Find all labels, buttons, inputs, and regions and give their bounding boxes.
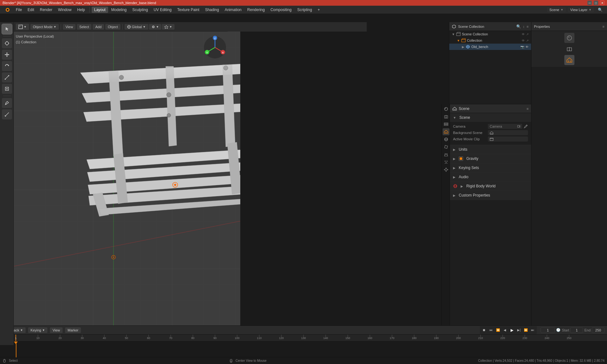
menu-window[interactable]: Window [55, 7, 74, 13]
workspace-tab-uv-editing[interactable]: UV Editing [151, 7, 174, 13]
add-menu-btn[interactable]: Add [93, 24, 104, 30]
rotate-tool[interactable] [2, 61, 12, 71]
stop-btn[interactable]: ⏹ [481, 327, 487, 334]
keying-sets-section-header[interactable]: ▶ Keying Sets [450, 163, 531, 172]
old-bench-vis-camera[interactable]: 📷 [520, 45, 524, 49]
viewport-gizmo[interactable]: Z X Y [202, 35, 228, 60]
marker-menu-btn[interactable]: Marker [65, 327, 81, 333]
custom-properties-section-header[interactable]: ▶ Custom Properties [450, 191, 531, 200]
workspace-tab-texture-paint[interactable]: Texture Paint [175, 7, 202, 13]
collection-vis-select[interactable]: ↗ [526, 39, 529, 42]
render-prop-tab[interactable] [564, 33, 574, 43]
units-section-header[interactable]: ▶ Units [450, 145, 531, 154]
select-menu-btn[interactable]: Select [77, 24, 92, 30]
menu-edit[interactable]: Edit [25, 7, 37, 13]
outliner-old-bench[interactable]: ▶ Old_bench 📷 👁 [449, 44, 531, 50]
workspace-tab-shading[interactable]: Shading [203, 7, 222, 13]
object-mode-btn[interactable]: Object Mode ▼ [30, 24, 59, 30]
keying-menu-btn[interactable]: Keying ▼ [28, 327, 48, 333]
timeline-ruler[interactable]: 1 10 20 30 40 50 60 70 80 90 100 110 120 [0, 335, 607, 342]
measure-tool[interactable] [2, 109, 12, 119]
main-viewport[interactable]: User Perspective (Local) (1) Collection … [14, 32, 240, 332]
active-movie-clip-selector[interactable] [488, 136, 528, 142]
outliner-scene-collection[interactable]: ▼ Scene Collection 👁 ↗ [449, 31, 531, 37]
menu-bar: File Edit Render Window Help Layout Mode… [0, 6, 607, 14]
next-frame-btn[interactable]: ▶| [515, 327, 522, 334]
transform-tool[interactable] [2, 84, 12, 94]
snapping-btn[interactable]: ▼ [162, 24, 175, 30]
play-btn[interactable]: ▶ [508, 327, 515, 334]
menu-blender[interactable] [3, 6, 13, 13]
prop-particles-btn[interactable] [443, 159, 450, 166]
cursor-tool[interactable] [2, 38, 12, 48]
current-frame-input[interactable] [541, 327, 555, 333]
maximize-button[interactable]: □ [594, 1, 598, 5]
output-prop-tab[interactable] [564, 44, 574, 54]
scene-prop-tab[interactable] [564, 55, 574, 65]
workspace-tab-layout[interactable]: Layout [92, 7, 108, 13]
prop-physics-btn[interactable] [443, 166, 450, 173]
scene-collection-vis-select[interactable]: ↗ [526, 33, 529, 36]
outliner-sort-btn[interactable]: ↕ [523, 25, 525, 28]
audio-section-header[interactable]: ▶ Audio [450, 173, 531, 181]
outliner-collection[interactable]: ▼ Collection 👁 ↗ [449, 37, 531, 44]
workspace-tab-add[interactable]: + [315, 7, 322, 13]
workspace-tab-rendering[interactable]: Rendering [245, 7, 267, 13]
movie-clip-icon [490, 137, 494, 141]
svg-text:Z: Z [214, 37, 216, 40]
workspace-tab-modeling[interactable]: Modeling [109, 7, 129, 13]
view-layer-selector[interactable]: View Layer ▼ [568, 7, 594, 12]
annotate-tool[interactable] [2, 98, 12, 108]
end-frame-input[interactable] [592, 327, 604, 333]
menu-file[interactable]: File [13, 7, 24, 13]
workspace-tab-compositing[interactable]: Compositing [268, 7, 294, 13]
prop-object-btn[interactable] [443, 143, 450, 150]
scale-tool[interactable] [2, 72, 12, 82]
outliner-filter-btn[interactable]: 🔍 [516, 24, 521, 29]
select-tool[interactable] [2, 24, 12, 34]
outliner-options-btn[interactable]: ≡ [527, 25, 529, 28]
gravity-checkbox[interactable] [459, 156, 463, 161]
scene-collection-vis-eye[interactable]: 👁 [522, 33, 525, 36]
gravity-section-header[interactable]: ▶ Gravity [450, 154, 531, 163]
menu-help[interactable]: Help [75, 7, 88, 13]
transform-global-btn[interactable]: Global ▼ [125, 24, 148, 30]
pivot-btn[interactable]: ▼ [149, 24, 162, 30]
search-button[interactable]: 🔍 [596, 7, 604, 13]
menu-render[interactable]: Render [37, 7, 55, 13]
object-menu-btn[interactable]: Object [105, 24, 120, 30]
jump-start-btn[interactable]: ⏮ [487, 327, 494, 334]
close-button[interactable]: ✕ [600, 1, 604, 5]
prop-view-layer-btn[interactable] [443, 121, 450, 128]
prop-scene-btn[interactable] [443, 128, 450, 135]
scene-selector[interactable]: Scene ▼ [547, 7, 566, 12]
scene-section-header[interactable]: ▼ Scene [450, 113, 531, 122]
camera-selector[interactable]: Camera [488, 124, 522, 129]
view-menu-btn-timeline[interactable]: View [50, 327, 63, 333]
prop-render-btn[interactable] [443, 106, 450, 112]
collection-vis-eye[interactable]: 👁 [522, 39, 525, 42]
prop-modifier-btn[interactable] [443, 151, 450, 158]
workspace-tab-animation[interactable]: Animation [222, 7, 244, 13]
next-keyframe-btn[interactable]: ⏩ [522, 327, 529, 334]
timeline-tracks[interactable] [0, 342, 607, 357]
rigid-body-world-section-header[interactable]: ▶ Rigid Body World [450, 182, 531, 191]
move-tool[interactable] [2, 50, 12, 60]
view-menu-btn[interactable]: View [63, 24, 76, 30]
prop-output-btn[interactable] [443, 113, 450, 120]
workspace-tab-sculpting[interactable]: Sculpting [130, 7, 150, 13]
minimize-button[interactable]: ─ [587, 1, 592, 5]
properties-options-btn[interactable]: ≡ [603, 25, 604, 28]
workspace-tab-scripting[interactable]: Scripting [295, 7, 315, 13]
background-scene-selector[interactable] [488, 130, 528, 135]
old-bench-vis-render[interactable]: 👁 [525, 45, 529, 49]
keying-sets-section-label: Keying Sets [459, 166, 479, 170]
editor-type-btn[interactable]: ▼ [16, 24, 29, 30]
scene-props-options-btn[interactable]: ≡ [527, 107, 529, 111]
camera-edit-btn[interactable] [524, 124, 528, 129]
prev-keyframe-btn[interactable]: ⏪ [494, 327, 501, 334]
prop-world-btn[interactable] [443, 136, 450, 143]
jump-end-btn[interactable]: ⏭ [529, 327, 536, 334]
start-frame-input[interactable] [570, 327, 583, 333]
prev-frame-btn[interactable]: ◀ [501, 327, 508, 334]
